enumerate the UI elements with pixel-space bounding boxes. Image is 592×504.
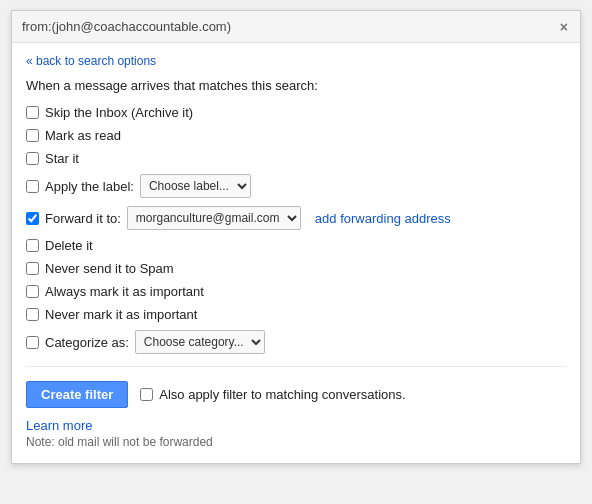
delete-it-row: Delete it bbox=[26, 238, 566, 253]
apply-label-text: Apply the label: bbox=[45, 179, 134, 194]
star-it-row: Star it bbox=[26, 151, 566, 166]
also-apply-row: Also apply filter to matching conversati… bbox=[140, 387, 405, 402]
always-important-label: Always mark it as important bbox=[45, 284, 204, 299]
choose-category-select[interactable]: Choose category... bbox=[135, 330, 265, 354]
categorize-row: Categorize as: Choose category... bbox=[26, 330, 566, 354]
delete-it-label: Delete it bbox=[45, 238, 93, 253]
always-important-row: Always mark it as important bbox=[26, 284, 566, 299]
choose-label-select[interactable]: Choose label... bbox=[140, 174, 251, 198]
star-it-checkbox[interactable] bbox=[26, 152, 39, 165]
note-text: Note: old mail will not be forwarded bbox=[26, 435, 566, 449]
divider bbox=[26, 366, 566, 367]
forward-checkbox[interactable] bbox=[26, 212, 39, 225]
never-important-checkbox[interactable] bbox=[26, 308, 39, 321]
never-spam-checkbox[interactable] bbox=[26, 262, 39, 275]
add-forwarding-link[interactable]: add forwarding address bbox=[315, 211, 451, 226]
skip-inbox-label: Skip the Inbox (Archive it) bbox=[45, 105, 193, 120]
dialog-title: from:(john@coachaccountable.com) bbox=[22, 19, 231, 34]
close-button[interactable]: × bbox=[558, 20, 570, 34]
mark-read-checkbox[interactable] bbox=[26, 129, 39, 142]
footer-row: Create filter Also apply filter to match… bbox=[26, 381, 566, 408]
forward-row: Forward it to: morganculture@gmail.com a… bbox=[26, 206, 566, 230]
mark-read-label: Mark as read bbox=[45, 128, 121, 143]
always-important-checkbox[interactable] bbox=[26, 285, 39, 298]
never-spam-label: Never send it to Spam bbox=[45, 261, 174, 276]
learn-more-link[interactable]: Learn more bbox=[26, 418, 92, 433]
mark-read-row: Mark as read bbox=[26, 128, 566, 143]
never-important-label: Never mark it as important bbox=[45, 307, 197, 322]
apply-label-checkbox[interactable] bbox=[26, 180, 39, 193]
skip-inbox-checkbox[interactable] bbox=[26, 106, 39, 119]
never-important-row: Never mark it as important bbox=[26, 307, 566, 322]
instruction-text: When a message arrives that matches this… bbox=[26, 78, 566, 93]
skip-inbox-row: Skip the Inbox (Archive it) bbox=[26, 105, 566, 120]
forward-email-select[interactable]: morganculture@gmail.com bbox=[127, 206, 301, 230]
dialog-body: « back to search options When a message … bbox=[12, 43, 580, 463]
also-apply-checkbox[interactable] bbox=[140, 388, 153, 401]
back-to-search-link[interactable]: « back to search options bbox=[26, 54, 156, 68]
star-it-label: Star it bbox=[45, 151, 79, 166]
title-bar: from:(john@coachaccountable.com) × bbox=[12, 11, 580, 43]
apply-label-row: Apply the label: Choose label... bbox=[26, 174, 566, 198]
also-apply-label: Also apply filter to matching conversati… bbox=[159, 387, 405, 402]
categorize-checkbox[interactable] bbox=[26, 336, 39, 349]
forward-label: Forward it to: bbox=[45, 211, 121, 226]
learn-section: Learn more Note: old mail will not be fo… bbox=[26, 418, 566, 449]
delete-it-checkbox[interactable] bbox=[26, 239, 39, 252]
filter-dialog: from:(john@coachaccountable.com) × « bac… bbox=[11, 10, 581, 464]
categorize-label: Categorize as: bbox=[45, 335, 129, 350]
create-filter-button[interactable]: Create filter bbox=[26, 381, 128, 408]
never-spam-row: Never send it to Spam bbox=[26, 261, 566, 276]
